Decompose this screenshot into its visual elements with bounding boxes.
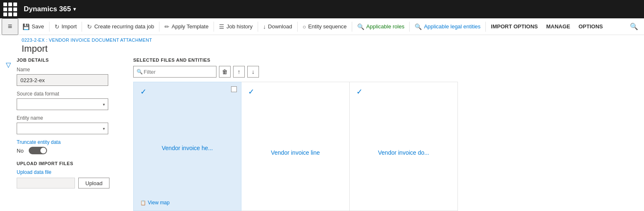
manage-button[interactable]: MANAGE: [542, 18, 574, 35]
hamburger-button[interactable]: ≡: [2, 18, 18, 35]
entity-sequence-icon: ○: [303, 23, 306, 30]
app-title-chevron-icon: ▾: [73, 6, 76, 12]
truncate-toggle[interactable]: [29, 147, 47, 154]
view-map-icon-1: 📋: [140, 200, 146, 206]
card-checkmark-2: ✓: [248, 87, 343, 96]
cmd-separator-7: [352, 22, 352, 32]
filter-sidebar: ▽: [0, 58, 17, 211]
view-map-button-1[interactable]: 📋 View map: [140, 200, 234, 206]
upload-row: Upload: [17, 178, 127, 188]
cmd-separator-2: [82, 22, 82, 32]
left-panel: JOB DETAILS Name Source data format ▾ En…: [17, 58, 133, 211]
global-search-button[interactable]: 🔍: [626, 18, 642, 35]
breadcrumb[interactable]: 0223-2-EX : VENDOR INVOICE DOCUMENT ATTA…: [22, 38, 152, 43]
create-recurring-icon: ↻: [87, 23, 92, 30]
card-checkmark-1: ✓: [140, 87, 234, 96]
upload-button[interactable]: Upload: [78, 178, 109, 188]
entity-name-select[interactable]: [17, 123, 108, 134]
entity-card-name-1: Vendor invoice he...: [140, 100, 234, 196]
import-options-button[interactable]: IMPORT OPTIONS: [487, 18, 542, 35]
name-label: Name: [17, 67, 127, 73]
applicable-legal-button[interactable]: 🔍 Applicable legal entities: [410, 18, 485, 35]
cmd-separator-9: [485, 22, 486, 32]
app-grid-icon[interactable]: [3, 3, 17, 16]
save-icon: 💾: [22, 23, 30, 30]
entity-name-label: Entity name: [17, 115, 127, 121]
right-panel: SELECTED FILES AND ENTITIES 🔍 🗑 ↑ ↓: [133, 58, 637, 211]
name-input[interactable]: [17, 74, 108, 86]
applicable-legal-icon: 🔍: [415, 23, 422, 30]
truncate-value: No: [17, 148, 24, 154]
cmd-separator-4: [214, 22, 214, 32]
page-title: Import: [0, 43, 644, 58]
files-toolbar: 🔍 🗑 ↑ ↓: [133, 66, 637, 78]
move-down-button[interactable]: ↓: [247, 66, 259, 78]
cmd-right: 🔍: [626, 18, 642, 35]
top-bar: Dynamics 365 ▾: [0, 0, 644, 18]
entity-card-name-2: Vendor invoice line: [248, 100, 343, 206]
card-checkmark-3: ✓: [356, 87, 451, 96]
entity-card-name-3: Vendor invoice do...: [356, 100, 451, 206]
command-bar: ≡ 💾 Save ↻ Import ↻ Create recurring dat…: [0, 18, 644, 35]
toggle-row: No: [17, 147, 127, 154]
source-format-wrapper: ▾: [17, 98, 108, 110]
apply-template-icon: ✏: [164, 23, 169, 30]
upload-file-box: [17, 178, 75, 188]
breadcrumb-bar: 0223-2-EX : VENDOR INVOICE DOCUMENT ATTA…: [0, 35, 644, 43]
create-recurring-button[interactable]: ↻ Create recurring data job: [83, 18, 158, 35]
move-down-icon: ↓: [252, 68, 255, 75]
source-format-select[interactable]: [17, 98, 108, 110]
main-layout: ▽ JOB DETAILS Name Source data format ▾ …: [0, 58, 644, 211]
entity-cards: ✓ Vendor invoice he... 📋 View map ✓ Vend…: [133, 82, 637, 211]
entity-name-wrapper: ▾: [17, 123, 108, 134]
truncate-label: Truncate entity data: [17, 139, 127, 145]
cmd-separator-5: [258, 22, 258, 32]
upload-section-label: UPLOAD IMPORT FILES: [17, 161, 127, 166]
filter-search-icon: 🔍: [137, 69, 143, 75]
move-up-button[interactable]: ↑: [233, 66, 245, 78]
download-icon: ↓: [263, 23, 266, 30]
entity-card-vendor-invoice-header[interactable]: ✓ Vendor invoice he... 📋 View map: [133, 82, 241, 211]
cmd-separator-3: [159, 22, 159, 32]
job-history-icon: ☰: [219, 23, 224, 30]
app-title[interactable]: Dynamics 365 ▾: [24, 5, 76, 13]
upload-data-file-label[interactable]: Upload data file: [17, 169, 127, 175]
apply-template-button[interactable]: ✏ Apply Template: [160, 18, 213, 35]
options-button[interactable]: OPTIONS: [574, 18, 607, 35]
filter-input[interactable]: [133, 66, 216, 78]
job-history-button[interactable]: ☰ Job history: [215, 18, 257, 35]
entity-card-vendor-invoice-line[interactable]: ✓ Vendor invoice line: [241, 82, 350, 211]
applicable-roles-icon: 🔍: [357, 23, 364, 30]
cmd-separator-8: [409, 22, 410, 32]
cmd-separator-1: [49, 22, 50, 32]
save-button[interactable]: 💾 Save: [18, 18, 48, 35]
delete-icon: 🗑: [222, 68, 228, 75]
applicable-roles-button[interactable]: 🔍 Applicable roles: [353, 18, 409, 35]
toggle-knob: [40, 148, 46, 153]
card-select-box-1[interactable]: [231, 86, 237, 92]
entity-card-vendor-invoice-do[interactable]: ✓ Vendor invoice do...: [350, 82, 458, 211]
move-up-icon: ↑: [238, 68, 241, 75]
import-button[interactable]: ↻ Import: [50, 18, 81, 35]
import-icon: ↻: [55, 23, 60, 30]
cmd-separator-6: [297, 22, 298, 32]
entity-sequence-button[interactable]: ○ Entity sequence: [298, 18, 351, 35]
source-format-label: Source data format: [17, 91, 127, 97]
download-button[interactable]: ↓ Download: [259, 18, 296, 35]
job-details-section-label: JOB DETAILS: [17, 58, 127, 63]
delete-button[interactable]: 🗑: [219, 66, 231, 78]
filter-input-wrapper: 🔍: [133, 66, 216, 78]
filter-icon[interactable]: ▽: [6, 61, 11, 69]
selected-files-section-label: SELECTED FILES AND ENTITIES: [133, 58, 637, 63]
page-content: 0223-2-EX : VENDOR INVOICE DOCUMENT ATTA…: [0, 35, 644, 211]
